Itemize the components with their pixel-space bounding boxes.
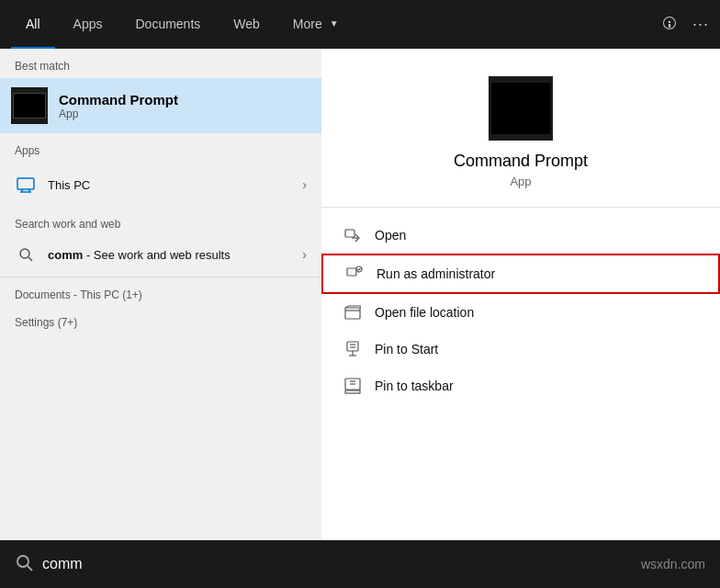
svg-rect-17 [345,390,360,393]
best-match-text: Command Prompt App [59,92,178,120]
svg-rect-8 [347,268,356,276]
pin-start-label: Pin to Start [375,342,438,356]
nav-actions: ··· [661,15,709,35]
chevron-down-icon: ▼ [330,18,339,28]
run-admin-icon [345,265,364,283]
svg-rect-11 [347,342,358,351]
open-label: Open [375,228,406,243]
action-list: Open Run as administrator [321,208,720,413]
open-icon [343,226,362,244]
action-open-file-location[interactable]: Open file location [321,294,720,331]
tab-all[interactable]: All [11,0,55,49]
svg-point-4 [20,249,29,258]
action-pin-start[interactable]: Pin to Start [321,331,720,368]
file-location-label: Open file location [375,305,474,320]
cmd-icon-screen [491,83,550,134]
app-name-large: Command Prompt [454,152,588,171]
best-match-title: Command Prompt [59,92,178,107]
run-admin-label: Run as administrator [377,266,495,281]
pin-start-icon [343,340,362,358]
search-query: comm [48,248,83,262]
this-pc-label: This PC [48,178,90,192]
list-item-this-pc[interactable]: This PC › [0,166,321,203]
more-options-icon[interactable]: ··· [692,15,709,34]
svg-rect-0 [17,178,34,189]
apps-section-label: Apps [0,133,321,163]
feedback-icon[interactable] [661,15,678,35]
pin-taskbar-icon [343,377,362,395]
divider-1 [0,277,321,277]
best-match-item[interactable]: Command Prompt App [0,78,321,133]
pin-taskbar-label: Pin to taskbar [375,379,454,393]
tab-more[interactable]: More ▼ [278,0,354,49]
best-match-subtitle: App [59,107,178,120]
command-prompt-icon [11,87,48,124]
svg-rect-10 [345,308,360,319]
settings-label: Settings (7+) [0,309,321,336]
apps-section: This PC › [0,163,321,207]
file-location-icon [343,303,362,322]
svg-line-21 [28,566,32,571]
app-type-large: App [510,175,531,188]
chevron-right-icon: › [302,177,307,192]
search-suffix: - See work and web results [83,248,230,262]
search-arrow-icon: › [302,247,307,262]
top-navigation: All Apps Documents Web More ▼ ··· [0,0,720,49]
app-detail-header: Command Prompt App [321,49,720,208]
search-web-label: Search work and web [0,207,321,236]
svg-rect-6 [345,230,354,237]
tab-documents[interactable]: Documents [120,0,215,49]
action-pin-taskbar[interactable]: Pin to taskbar [321,368,720,404]
search-web-text: comm - See work and web results [48,248,231,262]
documents-label: Documents - This PC (1+) [0,281,321,309]
tab-apps[interactable]: Apps [59,0,118,49]
action-open[interactable]: Open [321,217,720,254]
tab-web[interactable]: Web [219,0,275,49]
search-input[interactable] [42,556,632,572]
action-run-as-admin[interactable]: Run as administrator [321,254,720,294]
svg-line-5 [28,257,32,261]
watermark: wsxdn.com [641,557,705,571]
app-icon-large [489,76,553,141]
this-pc-icon [15,174,37,196]
left-panel: Best match Command Prompt App Apps [0,49,321,540]
best-match-label: Best match [0,49,321,78]
search-bar: wsxdn.com [0,540,720,588]
search-web-item[interactable]: comm - See work and web results › [0,236,321,273]
search-bar-icon [15,553,33,576]
search-circle-icon [15,243,37,266]
main-content: Best match Command Prompt App Apps [0,49,720,540]
svg-point-20 [17,556,28,567]
right-panel: Command Prompt App Open [321,49,720,540]
